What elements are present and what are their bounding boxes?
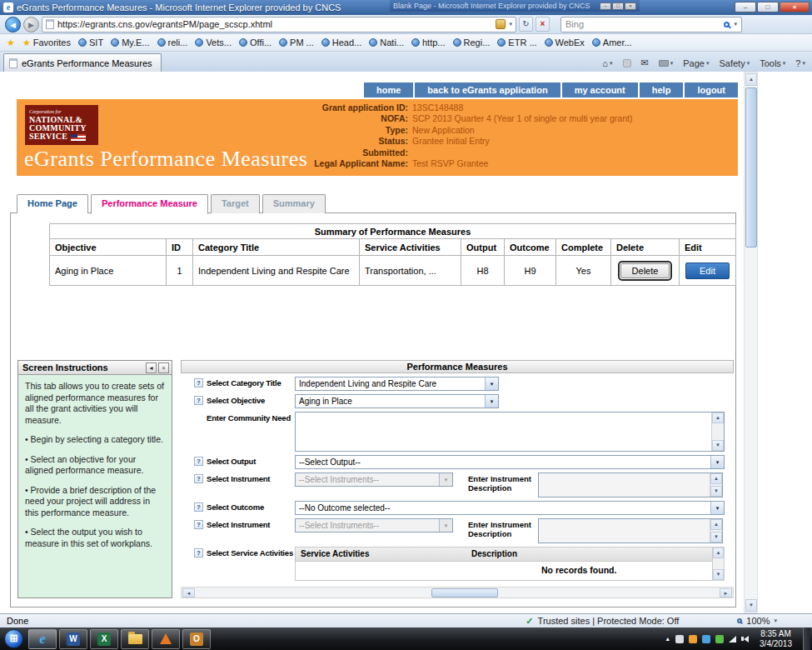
safety-menu-button[interactable]: Safety▾	[715, 58, 753, 69]
scrollbar-thumb[interactable]	[431, 588, 498, 598]
scroll-down-icon[interactable]: ▼	[712, 440, 724, 451]
media-taskbar-button[interactable]	[152, 629, 180, 649]
tab-target[interactable]: Target	[211, 194, 260, 213]
scroll-right-icon[interactable]: ►	[720, 588, 732, 598]
outcome-select[interactable]: --No Outcome selected--▾	[295, 501, 725, 515]
browser-tab[interactable]: eGrants Performance Measures	[3, 53, 162, 72]
close-button[interactable]: ×	[780, 2, 810, 12]
tools-menu-button[interactable]: Tools▾	[756, 58, 789, 69]
close-icon[interactable]: ×	[625, 2, 636, 10]
ie-taskbar-button[interactable]: e	[28, 629, 57, 649]
url-dropdown-icon[interactable]: ▾	[509, 21, 512, 28]
security-zone[interactable]: ✓ Trusted sites | Protected Mode: Off	[526, 616, 679, 627]
back-button[interactable]: ◀	[5, 17, 21, 32]
favorite-link[interactable]: Vets...	[195, 38, 232, 48]
favorite-link[interactable]: WebEx	[545, 38, 585, 48]
tray-icon[interactable]	[689, 635, 697, 643]
search-placeholder[interactable]: Bing	[565, 19, 720, 29]
home-button[interactable]: ⌂▾	[599, 58, 615, 69]
nav-back-to-egrants-button[interactable]: back to eGrants application	[415, 82, 560, 98]
favorite-link[interactable]: http...	[411, 38, 446, 48]
show-desktop-button[interactable]	[803, 628, 810, 650]
favorite-link[interactable]: Offi...	[239, 38, 271, 48]
service-table-scrollbar[interactable]: ▲ ▼	[713, 547, 725, 581]
help-icon[interactable]: ?	[194, 378, 203, 388]
tab-summary[interactable]: Summary	[262, 194, 326, 213]
word-taskbar-button[interactable]: W	[59, 629, 87, 649]
scroll-up-icon[interactable]: ▲	[713, 548, 724, 558]
vertical-scrollbar[interactable]: ▲ ▼	[744, 72, 758, 613]
textarea-scrollbar[interactable]: ▲▼	[711, 412, 724, 451]
nav-home-button[interactable]: home	[364, 82, 413, 98]
horizontal-scrollbar[interactable]: ◄ ►	[181, 587, 734, 598]
url-field[interactable]: https://egrants.cns.gov/egrantsPM/page_s…	[42, 17, 516, 32]
search-icon[interactable]	[724, 22, 730, 28]
favorite-link[interactable]: Head...	[321, 38, 361, 48]
start-button[interactable]: ⊞	[4, 629, 23, 648]
background-window-titlebar[interactable]: Blank Page - Microsoft Internet Explorer…	[390, 0, 640, 12]
community-need-textarea[interactable]: ▲▼	[295, 412, 725, 452]
scroll-down-icon[interactable]: ▼	[710, 486, 722, 497]
scroll-down-icon[interactable]: ▼	[745, 599, 757, 612]
tray-icon[interactable]	[715, 635, 724, 643]
restore-button[interactable]: □	[757, 2, 779, 12]
url-text[interactable]: https://egrants.cns.gov/egrantsPM/page_s…	[57, 19, 492, 29]
scroll-up-icon[interactable]: ▲	[712, 412, 724, 423]
compatibility-view-icon[interactable]	[496, 19, 506, 29]
favorite-link[interactable]: PM ...	[279, 38, 314, 48]
edit-button[interactable]: Edit	[685, 262, 730, 279]
search-input[interactable]: Bing ▾	[560, 17, 742, 32]
help-icon[interactable]: ?	[194, 396, 203, 405]
favorite-link[interactable]: Regi...	[453, 38, 491, 48]
nav-logout-button[interactable]: logout	[685, 82, 738, 98]
tray-icon[interactable]	[702, 635, 710, 643]
zoom-dropdown-icon[interactable]: ▾	[774, 618, 777, 624]
category-select[interactable]: Independent Living and Respite Care▾	[295, 377, 499, 391]
favorite-link[interactable]: Nati...	[369, 38, 404, 48]
excel-taskbar-button[interactable]: X	[90, 629, 118, 649]
collapse-left-icon[interactable]: ◄	[146, 362, 157, 373]
help-icon[interactable]: ?	[194, 548, 203, 558]
add-favorite-icon[interactable]: ★	[7, 38, 15, 48]
close-panel-icon[interactable]: ×	[158, 362, 169, 373]
forward-button[interactable]: ▶	[23, 17, 39, 32]
zoom-control[interactable]: 100% ▾	[737, 616, 805, 626]
maximize-icon[interactable]: □	[612, 2, 624, 10]
minimize-icon[interactable]: –	[600, 2, 611, 10]
stop-button[interactable]: ×	[536, 17, 550, 32]
instrument1-select[interactable]: --Select Instruments--▾	[295, 472, 453, 487]
tray-icon[interactable]	[675, 635, 684, 643]
delete-button[interactable]: Delete	[620, 263, 670, 278]
nav-my-account-button[interactable]: my account	[562, 82, 638, 98]
favorites-button[interactable]: ★ Favorites	[22, 38, 71, 48]
textarea-scrollbar[interactable]: ▲▼	[710, 473, 722, 497]
help-icon[interactable]: ?	[194, 502, 203, 512]
feeds-button[interactable]	[620, 58, 635, 68]
refresh-button[interactable]: ↻	[519, 17, 533, 32]
favorite-link[interactable]: ETR ...	[497, 38, 536, 48]
favorite-link[interactable]: My.E...	[111, 38, 149, 48]
instrument1-desc-textarea[interactable]: ▲▼	[538, 472, 723, 498]
favorite-link[interactable]: reli...	[157, 38, 188, 48]
scroll-down-icon[interactable]: ▼	[710, 532, 722, 542]
textarea-scrollbar[interactable]: ▲▼	[710, 519, 722, 542]
minimize-button[interactable]: –	[735, 2, 756, 12]
scroll-left-icon[interactable]: ◄	[182, 588, 195, 598]
search-dropdown-icon[interactable]: ▾	[734, 21, 737, 28]
scroll-up-icon[interactable]: ▲	[710, 519, 722, 530]
help-icon[interactable]: ?	[194, 474, 203, 483]
tab-home-page[interactable]: Home Page	[17, 194, 88, 213]
scroll-up-icon[interactable]: ▲	[745, 73, 757, 86]
scroll-up-icon[interactable]: ▲	[710, 473, 722, 484]
favorite-link[interactable]: SIT	[78, 38, 103, 48]
favorite-link[interactable]: Amer...	[592, 38, 632, 48]
outlook-taskbar-button[interactable]: O	[182, 629, 211, 649]
taskbar-clock[interactable]: 8:35 AM 3/4/2013	[754, 629, 798, 649]
network-icon[interactable]	[729, 636, 736, 642]
print-button[interactable]: ▾	[655, 59, 677, 68]
objective-select[interactable]: Aging in Place▾	[295, 394, 499, 408]
output-select[interactable]: --Select Output--▾	[295, 455, 725, 469]
help-icon[interactable]: ?	[194, 457, 203, 466]
nav-help-button[interactable]: help	[640, 82, 684, 98]
instrument2-desc-textarea[interactable]: ▲▼	[538, 518, 723, 543]
